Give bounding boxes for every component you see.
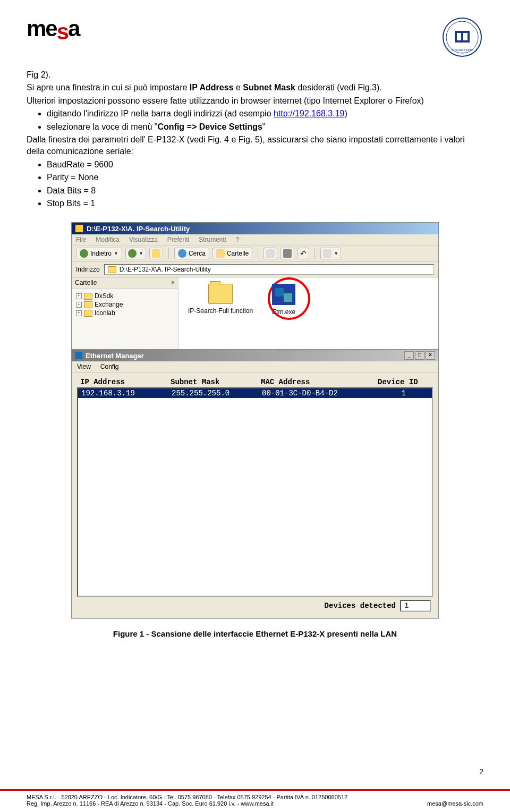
etm-exe-icon (272, 284, 295, 305)
folders-icon (216, 249, 225, 258)
explorer-body: Cartelle × + DxSdk + (72, 277, 438, 349)
bullet-list-1: digitando l'indirizzo IP nella barra deg… (37, 108, 483, 133)
logo-part-3: a (68, 16, 79, 41)
etm-content: IP Address Subnet Mask MAC Address Devic… (72, 373, 438, 618)
serial-databits: Data Bits = 8 (47, 185, 483, 197)
explorer-title: D:\E-P132-X\A. IP-Search-Utility (87, 225, 190, 233)
text-fragment: " (262, 122, 266, 131)
up-button[interactable] (149, 248, 163, 259)
folders-pane-title: Cartelle (75, 279, 97, 286)
screenshot-container: D:\E-P132-X\A. IP-Search-Utility File Mo… (27, 222, 483, 619)
body-text: Fig 2). Si apre una finestra in cui si p… (27, 69, 483, 209)
forward-button[interactable]: ▼ (125, 248, 146, 259)
line-ip-subnet: Si apre una finestra in cui si può impos… (27, 82, 483, 94)
maximize-button[interactable]: □ (415, 351, 424, 360)
col-mask: Subnet Mask (171, 378, 261, 386)
tree-item[interactable]: + DxSdk (74, 292, 176, 300)
address-label: Indirizzo (76, 266, 100, 273)
para-serial: Dalla finestra dei parametri dell' E-P13… (27, 134, 483, 158)
text-fragment: selezionare la voce di menù " (47, 122, 157, 131)
menu-preferiti[interactable]: Preferiti (167, 236, 189, 243)
close-icon[interactable]: × (171, 279, 175, 286)
etm-menu-view[interactable]: View (77, 363, 91, 370)
col-ip: IP Address (80, 378, 171, 386)
expand-icon[interactable]: + (76, 293, 82, 299)
cell-device-id: 1 (379, 389, 429, 397)
folder-icon (84, 301, 92, 308)
etm-menu-config[interactable]: Config (100, 363, 119, 370)
file-item-folder[interactable]: IP-Search-Full function (188, 284, 253, 315)
window-buttons: _ □ × (404, 351, 435, 360)
footer-row-2: Reg. Imp. Arezzo n. 11166 - REA di Arezz… (27, 800, 483, 807)
views-dropdown[interactable]: ▼ (320, 248, 341, 259)
forward-arrow-icon (128, 249, 137, 258)
toolbar-separator (258, 248, 258, 259)
expand-icon[interactable]: + (76, 310, 82, 316)
folders-button[interactable]: Cartelle (212, 248, 252, 259)
tree-item[interactable]: + Exchange (74, 300, 176, 309)
address-input[interactable]: D:\E-P132-X\A. IP-Search-Utility (104, 264, 434, 275)
folder-tree: + DxSdk + Exchange + (72, 289, 178, 320)
svg-rect-3 (457, 33, 461, 40)
folders-pane-header: Cartelle × (72, 277, 178, 289)
explorer-window: D:\E-P132-X\A. IP-Search-Utility File Mo… (72, 223, 438, 350)
expand-icon[interactable]: + (76, 302, 82, 308)
toolbar-separator (168, 248, 169, 259)
folder-large-icon (208, 284, 233, 304)
explorer-toolbar: Indietro ▼ ▼ Cerca (72, 246, 438, 262)
devices-detected-count: 1 (400, 600, 431, 612)
chevron-down-icon: ▼ (114, 251, 118, 256)
ethernet-manager-window: Ethernet Manager _ □ × View Config IP Ad… (72, 350, 438, 618)
file-label: IP-Search-Full function (188, 307, 253, 315)
tree-label: Exchange (95, 301, 123, 308)
magnifier-icon (178, 249, 186, 258)
etm-device-list[interactable]: 192.168.3.19 255.255.255.0 00-01-3C-D0-B… (77, 387, 433, 597)
chevron-down-icon: ▼ (139, 251, 143, 256)
page-header: mesa SINCERT DNV (27, 16, 483, 58)
footer-row-1: MESA S.r.l. - 52020 AREZZO - Loc. Indica… (27, 794, 483, 800)
tree-item[interactable]: + Iconlab (74, 309, 176, 317)
figure-caption: Figure 1 - Scansione delle interfaccie E… (27, 629, 483, 638)
menu-modifica[interactable]: Modifica (96, 236, 120, 243)
page-footer: MESA S.r.l. - 52020 AREZZO - Loc. Indica… (0, 789, 510, 812)
logo-part-s: s (57, 19, 68, 45)
sync-button[interactable] (280, 248, 294, 259)
back-label: Indietro (90, 250, 112, 257)
toolbar-separator (314, 248, 315, 259)
file-label: Etm.exe (272, 308, 295, 316)
footer-text-2: Reg. Imp. Arezzo n. 11166 - REA di Arezz… (27, 800, 274, 807)
footer-email: mesa@mesa-sic.com (427, 800, 483, 807)
up-folder-icon (152, 249, 160, 258)
mesa-logo: mesa (27, 16, 79, 41)
menu-help[interactable]: ? (236, 236, 240, 243)
document-page: mesa SINCERT DNV Fig 2). Si apre una fin… (0, 0, 510, 812)
para-browser: Ulteriori impostazioni possono essere fa… (27, 95, 483, 107)
etm-title-text: Ethernet Manager (86, 352, 144, 360)
search-button[interactable]: Cerca (174, 248, 209, 259)
serial-parity: Parity = None (47, 172, 483, 183)
menu-visualizza[interactable]: Visualizza (129, 236, 158, 243)
serial-stopbits: Stop Bits = 1 (47, 198, 483, 209)
minimize-button[interactable]: _ (404, 351, 414, 360)
tree-label: DxSdk (95, 292, 113, 300)
tree-label: Iconlab (95, 309, 115, 317)
list-icon (323, 249, 332, 258)
files-pane: IP-Search-Full function Etm.exe (178, 277, 438, 349)
menu-strumenti[interactable]: Strumenti (199, 236, 226, 243)
back-button[interactable]: Indietro ▼ (76, 248, 122, 259)
text-fragment: digitando l'indirizzo IP nella barra deg… (47, 109, 274, 118)
file-item-etm[interactable]: Etm.exe (272, 284, 295, 316)
undo-button[interactable]: ↶ (298, 248, 309, 259)
col-mac: MAC Address (261, 378, 378, 386)
certification-badge: SINCERT DNV (441, 16, 483, 58)
etm-device-row[interactable]: 192.168.3.19 255.255.255.0 00-01-3C-D0-B… (78, 388, 432, 398)
close-button[interactable]: × (426, 351, 435, 360)
views-button[interactable] (264, 248, 277, 259)
menu-file[interactable]: File (76, 236, 86, 243)
explorer-addressbar: Indirizzo D:\E-P132-X\A. IP-Search-Utili… (72, 262, 438, 277)
link-example-ip[interactable]: http://192.168.3.19 (274, 109, 344, 118)
text-fragment: Si apre una finestra in cui si può impos… (27, 83, 190, 92)
folders-label: Cartelle (227, 250, 249, 257)
text-fragment: desiderati (vedi Fig.3). (295, 83, 382, 92)
cell-ip: 192.168.3.19 (81, 389, 172, 397)
